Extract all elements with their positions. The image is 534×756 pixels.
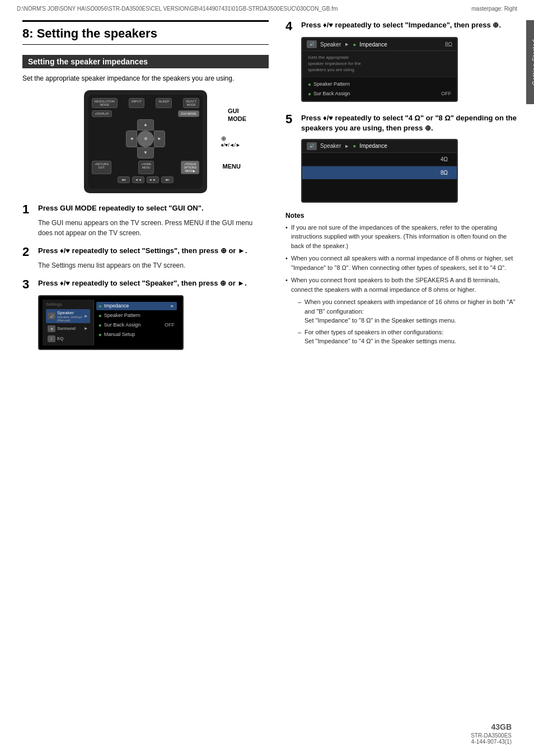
- option-8ohm-label: 8Ω: [441, 170, 448, 176]
- transport-row: ⏮ ◄◄ ►► ⏭: [92, 176, 199, 183]
- header-meta: D:\NORM'S JOB\SONY HA\SO0056\STR-DA3500E…: [0, 0, 534, 15]
- step-3-screen: Settings 🔊 Speaker Speaker settings(Manu…: [38, 295, 184, 350]
- screen4-surback-value: OFF: [441, 91, 451, 96]
- screen5-imp-icon: ●: [353, 143, 356, 149]
- screen5-arr: ►: [344, 143, 349, 149]
- next-btn: ⏭: [161, 176, 174, 183]
- react-mode-btn: REACTMODE: [183, 98, 199, 108]
- step-1-title: Press GUI MODE repeatedly to select "GUI…: [38, 203, 204, 213]
- dpad: ▲ ◄ ⊕ ► ▼: [126, 119, 165, 158]
- step-3-number: 3: [22, 278, 34, 291]
- step-2: 2 Press ♦/♥ repeatedly to select "Settin…: [22, 246, 269, 270]
- screen3-main: Settings 🔊 Speaker Speaker settings(Manu…: [43, 300, 179, 346]
- impedance-label: Impedance: [104, 303, 129, 309]
- impedance-item-selected: ● Impedance ►: [96, 302, 177, 310]
- rew-btn: ◄◄: [132, 176, 144, 183]
- step-5-number: 5: [285, 113, 297, 125]
- dpad-left: ◄: [126, 130, 137, 147]
- note-sub-2: For other types of speakers in other con…: [293, 328, 521, 346]
- screen4-imp-icon: ●: [353, 41, 356, 48]
- step-5-screen-area: 🔊 Speaker ► ● Impedance 4Ω 8Ω: [301, 139, 521, 203]
- screen5-option-8ohm: 8Ω: [302, 166, 457, 179]
- step-4-title: Press ♦/♥ repeatedly to select "Impedanc…: [301, 20, 501, 30]
- step-1-body: The GUI menu appears on the TV screen. P…: [38, 218, 269, 238]
- screen4-subitems: ● Speaker Pattern ● Sur Back Assign OFF: [302, 77, 457, 101]
- return-exit-btn: +RETURN/EXIT: [92, 161, 111, 174]
- step-4: 4 Press ♦/♥ repeatedly to select "Impeda…: [285, 20, 521, 102]
- left-column: 8: Setting the speakers Setting the spea…: [22, 20, 280, 358]
- screen4-imp-value: 8Ω: [445, 41, 452, 48]
- page-number: 43GB: [471, 722, 512, 731]
- settings-panel: Settings 🔊 Speaker Speaker settings(Manu…: [43, 300, 94, 346]
- note-2: When you connect all speakers with a nor…: [285, 254, 521, 272]
- screen4-imp-label: Impedance: [359, 41, 387, 48]
- step-5-title: Press ♦/♥ repeatedly to select "4 Ω" or …: [301, 113, 521, 133]
- step-3-title: Press ♦/♥ repeatedly to select "Speaker"…: [38, 278, 247, 288]
- note-3: When you connect front speakers to both …: [285, 276, 521, 294]
- resolution-mode-btn: RESOLUTIONMODE: [92, 98, 118, 108]
- gui-mode-label: GUIMODE: [228, 107, 246, 123]
- home-menu-btn: +HOMEMENU: [138, 161, 154, 174]
- step-1-number: 1: [22, 203, 34, 216]
- settings-label: Settings: [46, 302, 90, 307]
- page-footer: 43GB STR-DA3500ES 4-144-907-43(1): [471, 722, 512, 745]
- surround-item: ◉ Surround ►: [46, 324, 90, 333]
- speaker-icon: 🔊: [48, 312, 55, 319]
- notes-title: Notes: [285, 212, 521, 220]
- prev-btn: ⏮: [118, 176, 130, 183]
- manual-setup-icon: ●: [99, 332, 102, 338]
- step-4-screen: 🔊 Speaker ► ● Impedance 8Ω Gets the appr…: [301, 37, 458, 102]
- screen4-surback-icon: ●: [308, 91, 311, 97]
- speaker-item: 🔊 Speaker Speaker settings(Manual) ►: [46, 309, 90, 323]
- step-2-body: The Settings menu list appears on the TV…: [38, 260, 269, 270]
- step-2-title: Press ♦/♥ repeatedly to select "Settings…: [38, 246, 247, 256]
- step-1-header: 1 Press GUI MODE repeatedly to select "G…: [22, 203, 269, 216]
- eq-label: EQ: [57, 336, 64, 341]
- dpad-down: ▼: [137, 147, 154, 158]
- surround-icon: ◉: [48, 325, 55, 332]
- right-column: Getting Started 4 Press ♦/♥ repeatedly t…: [280, 20, 521, 358]
- surround-arrow: ►: [84, 326, 88, 331]
- screen5-option-4ohm: 4Ω: [302, 153, 457, 166]
- screen5-speaker-icon: 🔊: [307, 142, 317, 150]
- step-5-header: 5 Press ♦/♥ repeatedly to select "4 Ω" o…: [285, 113, 521, 133]
- sur-back-icon: ●: [99, 322, 102, 328]
- remote-diagram-wrapper: RESOLUTIONMODE INPUT SLEEP REACTMODE +DI…: [45, 90, 246, 193]
- step-3-header: 3 Press ♦/♥ repeatedly to select "Speake…: [22, 278, 269, 291]
- remote-center-area: ▲ ◄ ⊕ ► ▼: [92, 119, 199, 158]
- input-btn: INPUT: [129, 98, 144, 108]
- section-title: Setting the speaker impedances: [22, 55, 269, 68]
- remote-diagram: RESOLUTIONMODE INPUT SLEEP REACTMODE +DI…: [84, 90, 207, 193]
- step-4-screen-area: 🔊 Speaker ► ● Impedance 8Ω Gets the appr…: [301, 37, 521, 102]
- step-3: 3 Press ♦/♥ repeatedly to select "Speake…: [22, 278, 269, 350]
- screen4-pattern-label: Speaker Pattern: [313, 81, 350, 87]
- eq-item: ≡ EQ: [46, 334, 90, 343]
- impedance-icon: ●: [99, 303, 102, 309]
- step-4-header: 4 Press ♦/♥ repeatedly to select "Impeda…: [285, 20, 521, 32]
- screen5-speaker-label: Speaker: [320, 143, 341, 149]
- screen4-header: 🔊 Speaker ► ● Impedance 8Ω: [302, 38, 457, 51]
- submenu-panel: ● Impedance ► ● Speaker Pattern ● Sur Ba…: [94, 300, 179, 346]
- screen4-speaker-label: Speaker: [320, 41, 341, 48]
- sur-back-item: ● Sur Back Assign OFF: [96, 321, 177, 329]
- menu-btn: +TOOLS/OPTIONSMENU▶: [181, 161, 199, 174]
- filepath: D:\NORM'S JOB\SONY HA\SO0056\STR-DA3500E…: [17, 6, 338, 12]
- screen4-desc: Gets the appropriatespeaker impedance fo…: [302, 51, 457, 77]
- model-number: STR-DA3500ES: [471, 732, 512, 739]
- dpad-up: ▲: [137, 119, 154, 130]
- notes-sub-items: When you connect speakers with impedance…: [285, 297, 521, 346]
- step-5-screen: 🔊 Speaker ► ● Impedance 4Ω 8Ω: [301, 139, 458, 203]
- remote-second-row: +DISPLAY GUI MODE: [92, 110, 199, 117]
- sur-back-value: OFF: [165, 322, 175, 328]
- screen5-header: 🔊 Speaker ► ● Impedance: [302, 140, 457, 153]
- screen4-surback: ● Sur Back Assign OFF: [306, 89, 453, 99]
- screen4-pattern-icon: ●: [308, 81, 311, 87]
- ff-btn: ►►: [147, 176, 159, 183]
- plus-symbol-label: ⊕ ♦/♥/◄/►: [221, 135, 241, 148]
- screen4-arrow: ►: [344, 41, 349, 47]
- dpad-center: ⊕: [137, 130, 154, 147]
- menu-label: MENU: [223, 163, 241, 170]
- note-sub-1: When you connect speakers with impedance…: [293, 297, 521, 325]
- impedance-arrow: ►: [170, 304, 175, 309]
- screen5-empty: [302, 179, 457, 202]
